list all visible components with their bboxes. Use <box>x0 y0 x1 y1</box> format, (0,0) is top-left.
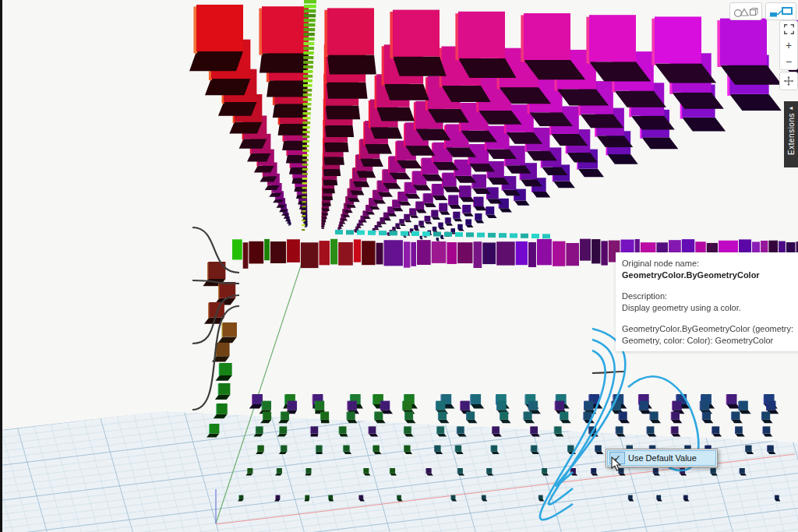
mouse-cursor <box>611 456 622 475</box>
menu-item-label: Use Default Value <box>628 453 697 463</box>
tooltip-original-name-label: Original node name: <box>622 258 798 270</box>
pan-arrows-icon <box>783 76 794 86</box>
node-info-tooltip: Original node name: GeometryColor.ByGeom… <box>616 252 798 351</box>
graph-nodes-icon <box>769 5 793 18</box>
zoom-out-button[interactable]: − <box>781 55 796 69</box>
tooltip-description: Display geometry using a color. <box>622 302 798 314</box>
geometry-shapes-icon <box>733 5 758 18</box>
menu-item-use-default-value[interactable]: ✓ Use Default Value <box>607 450 716 466</box>
geometry-view-button[interactable] <box>729 2 762 20</box>
zoom-controls: + − <box>779 20 798 70</box>
graph-view-button[interactable] <box>765 2 796 20</box>
cursor-arrow-icon <box>611 456 622 472</box>
tooltip-signature: GeometryColor.ByGeometryColor (geometry:… <box>622 323 798 346</box>
zoom-in-button[interactable]: + <box>781 38 796 52</box>
tooltip-original-name: GeometryColor.ByGeometryColor <box>622 270 798 281</box>
collapsed-library-panel-edge[interactable] <box>0 0 2 532</box>
pan-button[interactable] <box>779 72 798 90</box>
collapse-arrow-icon: ◄ <box>789 105 794 111</box>
extensions-tab[interactable]: ◄ Extensions <box>784 101 798 167</box>
fit-to-screen-icon <box>784 24 794 34</box>
zoom-fit-button[interactable] <box>781 22 796 36</box>
tooltip-description-label: Description: <box>622 291 798 302</box>
extensions-tab-label: Extensions <box>787 113 796 155</box>
port-context-menu: ✓ Use Default Value <box>606 449 718 467</box>
dynamo-workspace: + − ◄ Extensions Start Renamed 1 > <box>0 0 798 532</box>
